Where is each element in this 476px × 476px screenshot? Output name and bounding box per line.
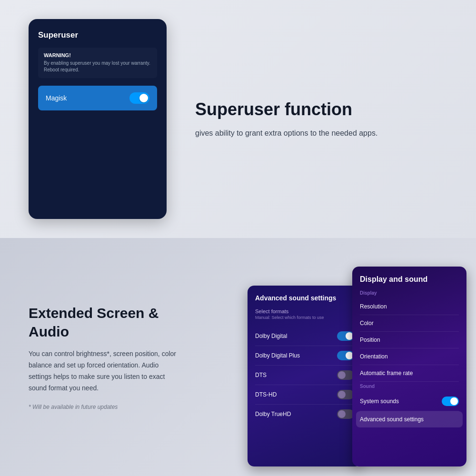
- display-item-position[interactable]: Position: [360, 332, 459, 348]
- sound-item-dts[interactable]: DTS: [255, 366, 354, 385]
- display-item-color[interactable]: Color: [360, 315, 459, 332]
- extended-title: Extended Screen & Audio: [29, 304, 176, 341]
- select-formats-sub: Manual: Select which formats to use: [255, 315, 354, 320]
- warning-text: By enabling superuser you may lost your …: [44, 60, 151, 73]
- dts-hd-label: DTS-HD: [255, 391, 277, 398]
- display-section-label: Display: [360, 290, 459, 296]
- dts-label: DTS: [255, 372, 267, 378]
- sound-item-dolby-digital-plus[interactable]: Dolby Digital Plus: [255, 346, 354, 366]
- select-formats-label: Select formats: [255, 308, 354, 314]
- sound-item-dts-hd[interactable]: DTS-HD: [255, 385, 354, 405]
- phone-card-title: Superuser: [38, 30, 157, 40]
- superuser-title: Superuser function: [195, 99, 447, 119]
- superuser-desc: gives ability to grant extra options to …: [195, 127, 447, 139]
- dolby-digital-plus-label: Dolby Digital Plus: [255, 352, 300, 359]
- extended-feature-text: Extended Screen & Audio You can control …: [29, 304, 176, 410]
- system-sounds-label: System sounds: [360, 398, 399, 405]
- bottom-section: Extended Screen & Audio You can control …: [0, 238, 476, 476]
- dolby-digital-plus-toggle[interactable]: [337, 351, 354, 360]
- dolby-truehd-toggle[interactable]: [337, 409, 354, 419]
- sound-settings-card: Advanced sound settings Select formats M…: [248, 286, 362, 466]
- dts-hd-toggle[interactable]: [337, 390, 354, 399]
- display-item-orientation[interactable]: Orientation: [360, 348, 459, 365]
- advanced-sound-label: Advanced sound settings: [360, 416, 424, 423]
- magisk-toggle[interactable]: [129, 92, 149, 104]
- cards-container: Advanced sound settings Select formats M…: [248, 267, 466, 466]
- dolby-digital-label: Dolby Digital: [255, 333, 287, 339]
- sound-card-title: Advanced sound settings: [255, 294, 354, 302]
- display-sound-card: Display and sound Display Resolution Col…: [352, 267, 466, 466]
- display-item-system-sounds[interactable]: System sounds: [360, 392, 459, 411]
- display-item-frame-rate[interactable]: Automatic frame rate: [360, 365, 459, 382]
- dts-toggle[interactable]: [337, 370, 354, 380]
- dolby-truehd-label: Dolby TrueHD: [255, 411, 291, 417]
- display-card-title: Display and sound: [360, 275, 459, 284]
- dolby-digital-toggle[interactable]: [337, 331, 354, 341]
- superuser-feature-text: Superuser function gives ability to gran…: [195, 99, 447, 139]
- extended-note: * Will be available in future updates: [29, 404, 176, 410]
- sound-item-dolby-digital[interactable]: Dolby Digital: [255, 327, 354, 346]
- display-item-resolution[interactable]: Resolution: [360, 298, 459, 315]
- magisk-toggle-row[interactable]: Magisk: [38, 86, 157, 110]
- sound-item-dolby-truehd[interactable]: Dolby TrueHD: [255, 405, 354, 424]
- warning-title: WARNING!: [44, 52, 151, 58]
- magisk-label: Magisk: [46, 94, 67, 102]
- top-section: Superuser WARNING! By enabling superuser…: [0, 0, 476, 238]
- superuser-phone-card: Superuser WARNING! By enabling superuser…: [29, 19, 167, 219]
- extended-desc: You can control brightness*, screen posi…: [29, 348, 176, 394]
- warning-box: WARNING! By enabling superuser you may l…: [38, 48, 157, 78]
- sound-section-label: Sound: [360, 384, 459, 389]
- display-item-advanced-sound[interactable]: Advanced sound settings: [356, 411, 463, 427]
- system-sounds-toggle[interactable]: [442, 397, 459, 406]
